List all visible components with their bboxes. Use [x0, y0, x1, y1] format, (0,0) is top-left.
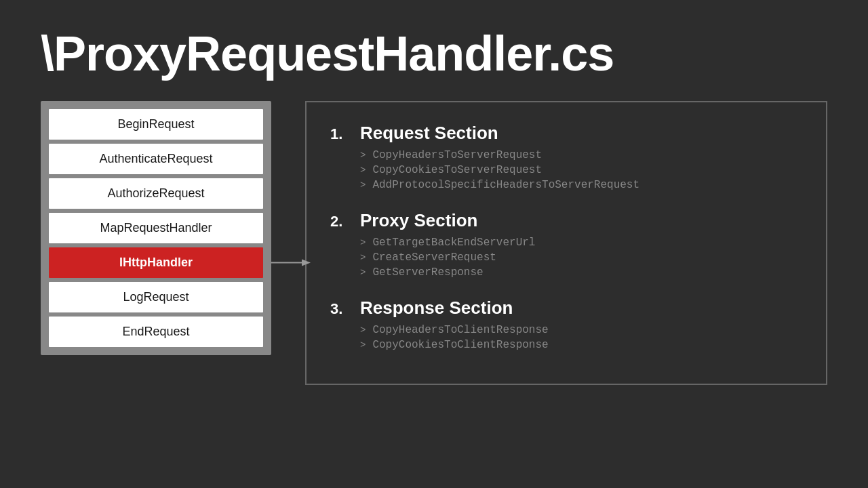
sub-item-getserverresponse: >GetServerResponse — [360, 266, 802, 279]
pipeline-item-authenticaterequest: AuthenticateRequest — [49, 144, 263, 174]
sub-item-addprotocolspecificheaderstoserverrequest: >AddProtocolSpecificHeadersToServerReque… — [360, 179, 802, 191]
pipeline-item-authorizerequest: AuthorizeRequest — [49, 178, 263, 209]
sub-item-label: CopyHeadersToServerRequest — [372, 149, 542, 161]
details-panel: 1.Request Section>CopyHeadersToServerReq… — [305, 101, 827, 385]
sub-item-label: AddProtocolSpecificHeadersToServerReques… — [372, 179, 639, 191]
sub-item-createserverrequest: >CreateServerRequest — [360, 251, 802, 264]
sub-item-arrow-icon: > — [360, 165, 366, 176]
pipeline-item-logrequest: LogRequest — [49, 282, 263, 312]
svg-marker-1 — [302, 260, 311, 266]
sub-item-copyheaderstoclientresponse: >CopyHeadersToClientResponse — [360, 324, 802, 336]
sub-item-arrow-icon: > — [360, 237, 366, 248]
section-request-section: 1.Request Section>CopyHeadersToServerReq… — [330, 123, 802, 199]
pipeline-item-ihttphandler: IHttpHandler — [49, 247, 263, 278]
section-proxy-section: 2.Proxy Section>GetTargetBackEndServerUr… — [330, 210, 802, 287]
sub-item-label: CreateServerRequest — [372, 251, 496, 264]
section-title: Request Section — [360, 123, 498, 144]
sub-item-copycookiestoserverrequest: >CopyCookiesToServerRequest — [360, 164, 802, 176]
page-title: \ProxyRequestHandler.cs — [41, 27, 827, 81]
section-number: 2. — [330, 213, 349, 230]
sub-item-label: CopyCookiesToClientResponse — [372, 339, 548, 351]
sub-item-label: GetTargetBackEndServerUrl — [372, 237, 535, 249]
pipeline-item-maprequesthandler: MapRequestHandler — [49, 213, 263, 243]
sub-item-arrow-icon: > — [360, 325, 366, 336]
pipeline-item-endrequest: EndRequest — [49, 317, 263, 347]
sub-item-arrow-icon: > — [360, 150, 366, 161]
connector-arrow — [271, 101, 311, 355]
sub-item-copycookiestoclientresponse: >CopyCookiesToClientResponse — [360, 339, 802, 351]
sub-item-label: GetServerResponse — [372, 266, 483, 279]
section-number: 1. — [330, 125, 349, 143]
sub-item-copyheaderstoserverrequest: >CopyHeadersToServerRequest — [360, 149, 802, 161]
sub-item-arrow-icon: > — [360, 252, 366, 263]
pipeline-panel: BeginRequestAuthenticateRequestAuthorize… — [41, 101, 271, 355]
sub-item-label: CopyCookiesToServerRequest — [372, 164, 542, 176]
section-title: Response Section — [360, 298, 513, 319]
sub-item-arrow-icon: > — [360, 340, 366, 350]
sub-item-gettargetbackendserverurl: >GetTargetBackEndServerUrl — [360, 237, 802, 249]
sub-item-arrow-icon: > — [360, 267, 366, 278]
section-number: 3. — [330, 300, 349, 318]
sub-item-label: CopyHeadersToClientResponse — [372, 324, 548, 336]
section-response-section: 3.Response Section>CopyHeadersToClientRe… — [330, 298, 802, 359]
section-title: Proxy Section — [360, 210, 477, 231]
pipeline-item-beginrequest: BeginRequest — [49, 109, 263, 140]
sub-item-arrow-icon: > — [360, 180, 366, 190]
